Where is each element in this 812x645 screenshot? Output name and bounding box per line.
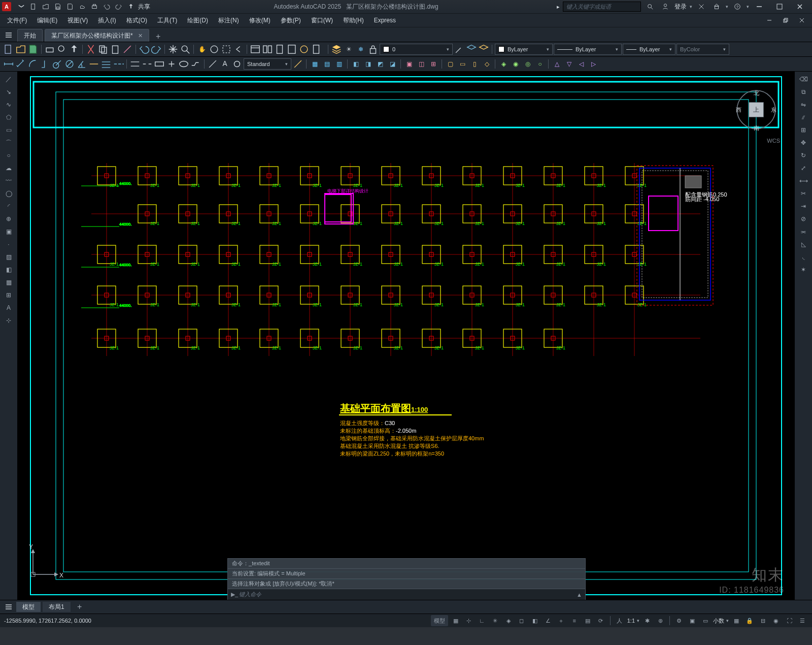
cycle-icon[interactable]: ⟳ xyxy=(595,615,606,626)
point-icon[interactable]: · xyxy=(3,239,15,250)
lw-icon[interactable]: ≡ xyxy=(569,615,580,626)
trans-icon[interactable]: ▤ xyxy=(582,615,593,626)
share-icon[interactable] xyxy=(126,2,136,11)
offset-icon[interactable]: ⫽ xyxy=(797,112,809,123)
t18-icon[interactable]: ○ xyxy=(534,58,546,70)
maximize-button[interactable] xyxy=(769,0,790,13)
dimstyle-dropdown[interactable]: Standard ▾ xyxy=(244,58,291,70)
dimbreak-icon[interactable] xyxy=(142,58,153,70)
ellarc-icon[interactable]: ◜ xyxy=(3,201,15,212)
mirror-icon[interactable]: ⇋ xyxy=(797,99,809,110)
ws-icon[interactable]: ⚙ xyxy=(673,615,685,626)
insert-icon[interactable]: ⊕ xyxy=(3,213,15,224)
t8-icon[interactable]: ▣ xyxy=(403,58,415,70)
t19-icon[interactable]: △ xyxy=(551,58,562,70)
color-dropdown[interactable]: ByLayer ▾ xyxy=(495,44,553,55)
table-icon[interactable]: ⊞ xyxy=(3,289,15,301)
markup-icon[interactable] xyxy=(298,44,310,55)
menu-format[interactable]: 格式(O) xyxy=(122,15,151,26)
snap-icon[interactable]: ⊹ xyxy=(463,615,475,626)
dim-ang-icon[interactable] xyxy=(76,58,87,70)
spline-icon[interactable]: 〰 xyxy=(3,175,15,186)
t10-icon[interactable]: ⊞ xyxy=(428,58,439,70)
dim-base-icon[interactable] xyxy=(100,58,112,70)
copy-icon[interactable] xyxy=(97,44,109,55)
freeze-icon[interactable]: ❄ xyxy=(355,44,366,55)
zoom-icon[interactable] xyxy=(180,44,191,55)
plot-icon[interactable] xyxy=(90,2,99,11)
block-icon[interactable]: ▣ xyxy=(3,226,15,237)
t1-icon[interactable]: ▦ xyxy=(309,58,320,70)
circle-icon[interactable]: ○ xyxy=(3,150,15,161)
menu-insert[interactable]: 插入(I) xyxy=(94,15,120,26)
dcenter-icon[interactable] xyxy=(262,44,273,55)
dim-rad-icon[interactable] xyxy=(52,58,63,70)
osnap-icon[interactable]: ◻ xyxy=(516,615,527,626)
tab-list-icon[interactable] xyxy=(2,28,15,42)
ortho-icon[interactable]: ∟ xyxy=(477,615,488,626)
menu-express[interactable]: Express xyxy=(370,16,400,25)
publish-icon[interactable] xyxy=(69,44,80,55)
doc-minimize-button[interactable] xyxy=(762,15,776,26)
pan2-icon[interactable]: ✋ xyxy=(196,44,208,55)
redo-icon[interactable] xyxy=(114,2,123,11)
tab-close-icon[interactable]: ✕ xyxy=(138,33,143,39)
lock-icon[interactable] xyxy=(367,44,379,55)
polar-icon[interactable]: ✳ xyxy=(490,615,501,626)
array-icon[interactable]: ⊞ xyxy=(797,124,809,136)
units-label[interactable]: 小数 xyxy=(713,617,724,625)
grid-icon[interactable]: ▦ xyxy=(450,615,461,626)
layer-dropdown[interactable]: 0 ▾ xyxy=(380,44,453,55)
move-icon[interactable]: ✥ xyxy=(797,137,809,148)
dimstyle-icon[interactable] xyxy=(292,58,303,70)
jog-icon[interactable] xyxy=(190,58,201,70)
t15-icon[interactable]: ◈ xyxy=(498,58,509,70)
xchange-icon[interactable] xyxy=(697,2,706,11)
user-icon[interactable] xyxy=(661,2,670,11)
layprev-icon[interactable] xyxy=(466,44,477,55)
close-button[interactable] xyxy=(790,0,810,13)
dim-aligned-icon[interactable] xyxy=(15,58,26,70)
xline-icon[interactable]: ↘ xyxy=(3,86,15,98)
otrack-icon[interactable]: ∠ xyxy=(543,615,554,626)
isodraft-icon[interactable]: ◈ xyxy=(503,615,514,626)
arc-icon[interactable]: ⌒ xyxy=(3,137,15,148)
iso-icon[interactable]: ⊟ xyxy=(757,615,768,626)
menu-dim[interactable]: 标注(N) xyxy=(214,15,243,26)
t21-icon[interactable]: ◁ xyxy=(576,58,587,70)
annoscale-icon[interactable]: 人 xyxy=(614,615,625,626)
tab-layout1[interactable]: 布局1 xyxy=(43,602,71,612)
print-icon[interactable] xyxy=(44,44,55,55)
addsel-icon[interactable]: ⊹ xyxy=(3,315,15,326)
t13-icon[interactable]: ▯ xyxy=(469,58,480,70)
cut-icon[interactable] xyxy=(85,44,96,55)
dimupd-icon[interactable] xyxy=(231,58,243,70)
t12-icon[interactable]: ▭ xyxy=(457,58,468,70)
login-label[interactable]: 登录 xyxy=(674,3,687,11)
monitor-icon[interactable]: ▣ xyxy=(687,615,698,626)
dim-arc-icon[interactable] xyxy=(27,58,39,70)
dim-cont-icon[interactable] xyxy=(113,58,124,70)
menu-edit[interactable]: 编辑(E) xyxy=(33,15,61,26)
t20-icon[interactable]: ▽ xyxy=(563,58,574,70)
stretch-icon[interactable]: ⟷ xyxy=(797,175,809,186)
break-icon[interactable]: ⊘ xyxy=(797,213,809,224)
dimted-icon[interactable]: A xyxy=(219,58,230,70)
menu-flyout-icon[interactable] xyxy=(17,2,26,11)
menu-tools[interactable]: 工具(T) xyxy=(153,15,181,26)
toolpal-icon[interactable] xyxy=(274,44,285,55)
t3-icon[interactable]: ▥ xyxy=(333,58,345,70)
menu-window[interactable]: 窗口(W) xyxy=(307,15,337,26)
lineweight-dropdown[interactable]: ByLayer ▾ xyxy=(623,44,675,55)
dim-qk-icon[interactable] xyxy=(88,58,99,70)
preview-icon[interactable] xyxy=(56,44,67,55)
dim-ord-icon[interactable] xyxy=(40,58,51,70)
dim-linear-icon[interactable] xyxy=(3,58,14,70)
tol-icon[interactable] xyxy=(154,58,165,70)
save-icon[interactable] xyxy=(53,2,62,11)
cmark-icon[interactable] xyxy=(166,58,177,70)
doc-restore-button[interactable] xyxy=(779,15,793,26)
linetype-dropdown[interactable]: ByLayer ▾ xyxy=(554,44,622,55)
qnew-icon[interactable] xyxy=(3,44,14,55)
t11-icon[interactable]: ▢ xyxy=(445,58,456,70)
